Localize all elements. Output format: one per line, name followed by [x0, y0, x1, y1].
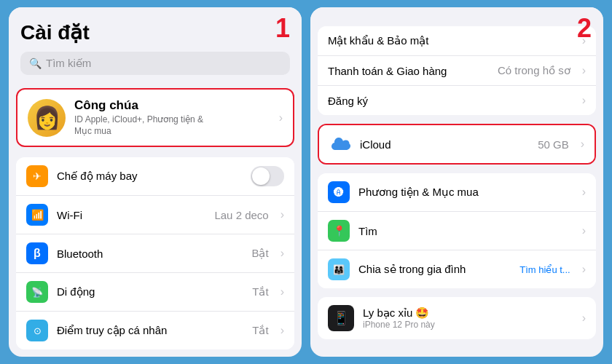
left-header: Cài đặt 1 🔍 Tìm kiếm [9, 7, 302, 88]
phone-sub: iPhone 12 Pro này [363, 320, 573, 330]
right-panel: 2 Mật khẩu & Bảo mật › Thanh toán & Giao… [310, 7, 603, 357]
item-label: Di động [57, 285, 243, 298]
profile-chevron: › [279, 111, 283, 124]
mobile-icon: 📡 [26, 281, 48, 303]
page-title: Cài đặt [20, 20, 290, 44]
phone-label: Ly bạc xỉu 🤩 [363, 306, 573, 320]
list-item[interactable]: 📱 Ly bạc xỉu 🤩 iPhone 12 Pro này › [318, 297, 596, 339]
list-item[interactable]: Thanh toán & Giao hàng Có trong hồ sơ › [318, 56, 596, 86]
family-icon: 👨‍👩‍👧 [328, 258, 350, 280]
item-value: Lau 2 deco [214, 209, 268, 221]
phone-icon: 📱 [328, 305, 354, 331]
profile-info: Công chúa ID Apple, iCloud+, Phương tiện… [74, 98, 270, 137]
settings-list: ✈ Chế độ máy bay 📶 Wi-Fi Lau 2 deco › β [16, 157, 294, 349]
avatar-emoji: 👩 [34, 107, 60, 129]
bluetooth-icon: β [26, 242, 48, 264]
item-value: Tắt [252, 285, 268, 298]
item-label: Bluetooth [57, 248, 243, 260]
phone-info: Ly bạc xỉu 🤩 iPhone 12 Pro này [363, 306, 573, 330]
hint-text: Tìm hiểu t... [519, 264, 570, 275]
item-label: Wi-Fi [57, 209, 205, 221]
phone-list: 📱 Ly bạc xỉu 🤩 iPhone 12 Pro này › [318, 297, 596, 339]
list-item[interactable]: β Bluetooth Bật › [16, 234, 294, 273]
item-value: Tắt [252, 324, 268, 337]
icloud-label: iCloud [360, 138, 529, 151]
item-label: Mật khẩu & Bảo mật [328, 34, 573, 47]
item-label: Thanh toán & Giao hàng [328, 65, 489, 77]
item-value: Bật [251, 247, 268, 260]
find-icon: 📍 [328, 220, 350, 242]
list-item[interactable]: 📍 Tìm › [318, 212, 596, 250]
chevron-icon: › [280, 324, 284, 337]
chevron-icon: › [280, 208, 284, 221]
chevron-icon: › [582, 312, 586, 325]
hotspot-icon: ⊙ [26, 320, 48, 341]
item-label: Đăng ký [328, 95, 573, 107]
icloud-icon [329, 133, 351, 155]
airplane-toggle[interactable] [251, 166, 284, 186]
list-item[interactable]: 🅐 Phương tiện & Mục mua › [318, 173, 596, 212]
right-header: 2 [310, 7, 603, 26]
list-item[interactable]: Mật khẩu & Bảo mật › [318, 26, 596, 56]
profile-sub: ID Apple, iCloud+, Phương tiện &Mục mua [74, 114, 270, 137]
search-icon: 🔍 [29, 58, 42, 69]
toggle-knob [252, 167, 270, 185]
icloud-value: 50 GB [538, 138, 569, 151]
item-label: Điểm truy cập cá nhân [57, 324, 243, 337]
icloud-inner: iCloud 50 GB › [319, 125, 595, 163]
item-value: Có trong hồ sơ [498, 64, 570, 77]
profile-row[interactable]: 👩 Công chúa ID Apple, iCloud+, Phương ti… [16, 88, 294, 147]
search-bar[interactable]: 🔍 Tìm kiếm [20, 52, 290, 75]
list-item[interactable]: ⊙ Điểm truy cập cá nhân Tắt › [16, 312, 294, 349]
left-panel: Cài đặt 1 🔍 Tìm kiếm 👩 Công chúa ID Appl… [9, 7, 302, 357]
list-item[interactable]: ✈ Chế độ máy bay [16, 157, 294, 196]
item-label: Chế độ máy bay [57, 170, 242, 183]
chevron-icon: › [582, 94, 586, 107]
list-item[interactable]: 📡 Di động Tắt › [16, 273, 294, 312]
chevron-icon: › [280, 247, 284, 260]
chevron-icon: › [582, 64, 586, 77]
top-items-list: Mật khẩu & Bảo mật › Thanh toán & Giao h… [318, 26, 596, 115]
label-1: 1 [275, 13, 290, 44]
avatar: 👩 [28, 99, 66, 137]
list-item[interactable]: 👨‍👩‍👧 Chia sẻ trong gia đình Tìm hiểu t.… [318, 250, 596, 288]
airplane-icon: ✈ [26, 165, 48, 187]
search-placeholder: Tìm kiếm [46, 57, 91, 70]
right-items-list: 🅐 Phương tiện & Mục mua › 📍 Tìm › 👨‍👩‍👧 … [318, 173, 596, 288]
chevron-icon: › [582, 224, 586, 237]
chevron-icon: › [582, 263, 586, 276]
chevron-icon: › [280, 285, 284, 298]
label-2: 2 [577, 13, 592, 44]
chevron-icon: › [582, 186, 586, 199]
item-label: Chia sẻ trong gia đình [358, 263, 511, 276]
list-item[interactable]: 📶 Wi-Fi Lau 2 deco › [16, 196, 294, 234]
profile-name: Công chúa [74, 98, 270, 113]
icloud-row[interactable]: iCloud 50 GB › [318, 124, 596, 165]
icloud-chevron: › [581, 138, 584, 151]
appstore-icon: 🅐 [328, 181, 350, 203]
item-label: Tìm [358, 225, 573, 237]
wifi-icon: 📶 [26, 204, 48, 226]
item-label: Phương tiện & Mục mua [358, 186, 573, 199]
list-item[interactable]: Đăng ký › [318, 86, 596, 115]
